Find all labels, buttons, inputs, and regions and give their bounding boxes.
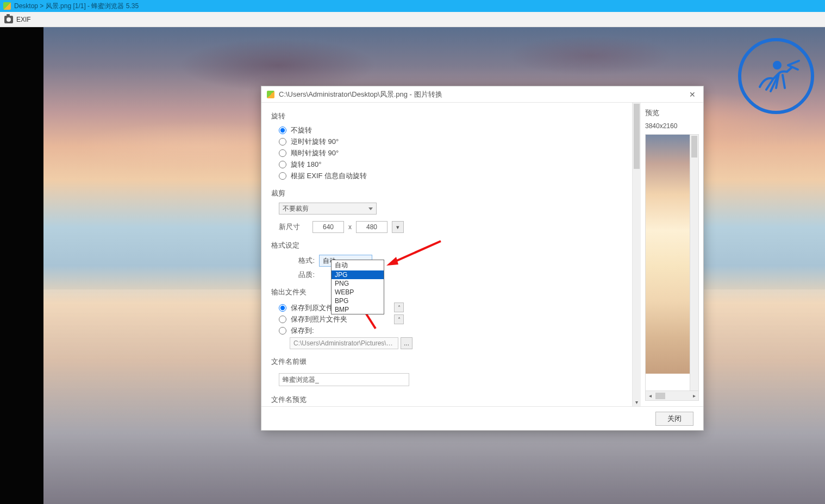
filename-preview-title: 文件名预览 [271, 395, 626, 405]
rotate-option-none[interactable]: 不旋转 [279, 125, 626, 135]
viewport-black-strip [0, 27, 43, 504]
move-up-button-2[interactable]: ˄ [394, 314, 404, 324]
prefix-input[interactable] [279, 373, 409, 386]
new-size-label: 新尺寸 [279, 222, 308, 232]
rotate-label-exif: 根据 EXIF 信息自动旋转 [291, 171, 367, 181]
hscroll-track[interactable] [654, 392, 690, 400]
output-reorder-buttons: ˄ ˄ [394, 303, 404, 324]
prefix-section-title: 文件名前缀 [271, 357, 626, 367]
rotate-section-title: 旋转 [271, 111, 626, 121]
scrollbar-down-icon[interactable]: ▾ [633, 398, 641, 406]
height-input[interactable] [356, 221, 388, 233]
preview-vscrollbar[interactable] [690, 135, 698, 390]
app-title-text: Desktop > 风景.png [1/1] - 蜂蜜浏览器 5.35 [14, 2, 139, 11]
rotate-option-180[interactable]: 旋转 180° [279, 160, 626, 169]
radio-out-photos[interactable] [279, 316, 286, 323]
preview-image-container: ◂ ▸ [645, 134, 699, 401]
dialog-close-button[interactable]: ✕ [687, 89, 698, 100]
scrollbar-thumb[interactable] [634, 104, 640, 169]
preview-label: 预览 [645, 108, 699, 118]
rotate-option-exif[interactable]: 根据 EXIF 信息自动旋转 [279, 171, 626, 181]
preview-dimensions: 3840x2160 [645, 122, 699, 130]
preview-hscrollbar[interactable]: ◂ ▸ [646, 390, 698, 400]
svg-point-0 [774, 62, 780, 68]
format-dropdown-list[interactable]: 自动 JPG PNG WEBP BPG BMP [331, 260, 384, 314]
preview-image [646, 135, 690, 374]
hscroll-left-icon[interactable]: ◂ [646, 392, 654, 400]
move-up-button[interactable]: ˄ [394, 303, 404, 312]
rotate-label-180: 旋转 180° [291, 160, 322, 169]
crop-section-title: 裁剪 [271, 188, 626, 198]
output-label-custom: 保存到: [291, 326, 314, 336]
quality-label: 品质: [293, 270, 315, 280]
radio-ccw90[interactable] [279, 138, 286, 146]
format-option-bpg[interactable]: BPG [332, 297, 384, 305]
crop-select[interactable]: 不要裁剪 [279, 203, 377, 215]
output-path-input[interactable]: C:\Users\Administrator\Pictures\蜂蜜浏 [290, 337, 398, 349]
hscroll-thumb[interactable] [655, 393, 665, 399]
radio-180[interactable] [279, 161, 286, 168]
crop-select-value: 不要裁剪 [283, 204, 309, 213]
rotate-option-cw90[interactable]: 顺时针旋转 90° [279, 148, 626, 158]
output-section-title: 输出文件夹 [271, 287, 626, 297]
dialog-body: 旋转 不旋转 逆时针旋转 90° 顺时针旋转 90° 旋转 180° 根据 EX… [261, 103, 703, 406]
dialog-icon [267, 91, 274, 98]
width-input[interactable] [312, 221, 344, 233]
hscroll-right-icon[interactable]: ▸ [690, 392, 698, 400]
close-button[interactable]: 关闭 [655, 412, 693, 426]
watermark-logo [738, 38, 814, 114]
convert-dialog: C:\Users\Administrator\Desktop\风景.png - … [261, 86, 704, 431]
radio-out-original[interactable] [279, 304, 286, 312]
format-option-auto[interactable]: 自动 [332, 260, 384, 270]
output-path-row: C:\Users\Administrator\Pictures\蜂蜜浏 ... [290, 337, 626, 349]
format-option-webp[interactable]: WEBP [332, 288, 384, 297]
rotate-label-none: 不旋转 [291, 125, 312, 135]
dialog-titlebar[interactable]: C:\Users\Administrator\Desktop\风景.png - … [261, 86, 703, 103]
size-separator: x [348, 223, 352, 231]
preview-pane: 预览 3840x2160 ◂ ▸ [641, 103, 703, 406]
app-titlebar: Desktop > 风景.png [1/1] - 蜂蜜浏览器 5.35 [0, 0, 825, 12]
dialog-footer: 关闭 [261, 406, 703, 430]
radio-cw90[interactable] [279, 149, 286, 157]
rotate-option-ccw90[interactable]: 逆时针旋转 90° [279, 137, 626, 147]
format-option-png[interactable]: PNG [332, 279, 384, 288]
output-label-photos: 保存到照片文件夹 [291, 314, 347, 324]
format-option-bmp[interactable]: BMP [332, 305, 384, 314]
app-toolbar: EXIF [0, 12, 825, 27]
exif-button[interactable]: EXIF [16, 16, 31, 23]
radio-out-custom[interactable] [279, 327, 286, 335]
preview-vscroll-thumb[interactable] [691, 136, 697, 158]
format-section-title: 格式设定 [271, 241, 626, 250]
camera-icon[interactable] [4, 16, 13, 23]
rotate-label-ccw90: 逆时针旋转 90° [291, 137, 339, 147]
settings-scrollbar[interactable]: ▾ [632, 103, 641, 406]
new-size-row: 新尺寸 x ▾ [279, 221, 626, 233]
format-label: 格式: [293, 256, 315, 266]
radio-none[interactable] [279, 127, 286, 134]
output-option-custom[interactable]: 保存到: [279, 326, 347, 336]
browse-button[interactable]: ... [401, 337, 412, 349]
rotate-label-cw90: 顺时针旋转 90° [291, 148, 339, 158]
dialog-title: C:\Users\Administrator\Desktop\风景.png - … [279, 90, 683, 99]
settings-pane: 旋转 不旋转 逆时针旋转 90° 顺时针旋转 90° 旋转 180° 根据 EX… [261, 103, 641, 406]
output-option-photos[interactable]: 保存到照片文件夹 [279, 314, 347, 324]
format-option-jpg[interactable]: JPG [332, 270, 384, 279]
app-icon [3, 2, 11, 10]
radio-exif[interactable] [279, 172, 286, 180]
size-dropdown-button[interactable]: ▾ [392, 221, 404, 233]
